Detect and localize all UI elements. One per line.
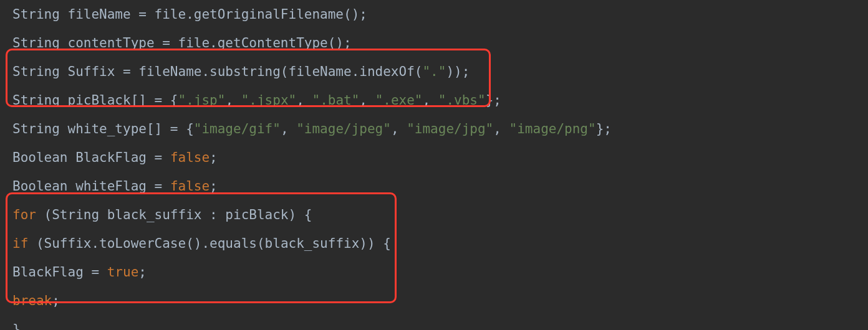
code-text: ; [210,179,218,194]
code-text: , [423,93,438,108]
code-text: )); [446,64,470,79]
code-text: BlackFlag = [12,265,107,280]
code-line-3: String Suffix = fileName.substring(fileN… [12,57,868,86]
code-text: ; [52,293,60,308]
code-text: Boolean whiteFlag = [12,179,170,194]
code-text: (Suffix.toLowerCase().equals(black_suffi… [28,236,391,251]
code-text: , [281,121,296,136]
code-line-11: break; [12,286,868,315]
keyword: for [12,207,36,222]
string-literal: ".vbs" [438,93,486,108]
code-text: (String black_suffix : picBlack) { [36,207,312,222]
code-text: , [359,93,375,108]
string-literal: "image/jpg" [407,121,493,136]
code-text: ; [210,150,218,165]
string-literal: ".bat" [312,93,359,108]
code-text: }; [486,93,501,108]
code-line-12: } [12,315,868,330]
string-literal: "image/jpeg" [296,121,391,136]
code-line-1: String fileName = file.getOriginalFilena… [12,0,868,29]
string-literal: ".jspx" [241,93,297,108]
code-line-6: Boolean BlackFlag = false; [12,143,868,172]
code-line-5: String white_type[] = {"image/gif", "ima… [12,115,868,143]
string-literal: ".jsp" [178,93,226,108]
code-text: , [493,121,509,136]
code-text: ; [138,265,147,280]
boolean-literal: false [170,179,210,194]
boolean-literal: false [170,150,210,165]
code-text: } [12,322,21,330]
code-text: , [296,93,312,108]
string-literal: "." [422,64,446,79]
string-literal: "image/png" [509,121,596,136]
code-text: }; [596,121,612,136]
code-text: String contentType = file.getContentType… [12,35,352,50]
string-literal: ".exe" [375,93,423,108]
code-text: String Suffix = fileName.substring(fileN… [12,64,422,79]
code-line-10: BlackFlag = true; [12,258,868,286]
keyword: break [12,293,52,308]
code-line-8: for (String black_suffix : picBlack) { [12,200,868,229]
code-text: , [225,93,241,108]
code-text: String fileName = file.getOriginalFilena… [12,7,367,22]
code-text: , [391,121,407,136]
code-text: String picBlack[] = { [12,93,178,108]
string-literal: "image/gif" [194,121,281,136]
keyword: if [12,236,28,251]
code-line-7: Boolean whiteFlag = false; [12,172,868,200]
boolean-literal: true [107,265,139,280]
code-editor: String fileName = file.getOriginalFilena… [0,0,868,330]
code-line-4: String picBlack[] = {".jsp", ".jspx", ".… [12,86,868,115]
code-text: String white_type[] = { [12,121,194,136]
code-text: Boolean BlackFlag = [12,150,170,165]
code-line-2: String contentType = file.getContentType… [12,29,868,57]
code-line-9: if (Suffix.toLowerCase().equals(black_su… [12,229,868,258]
